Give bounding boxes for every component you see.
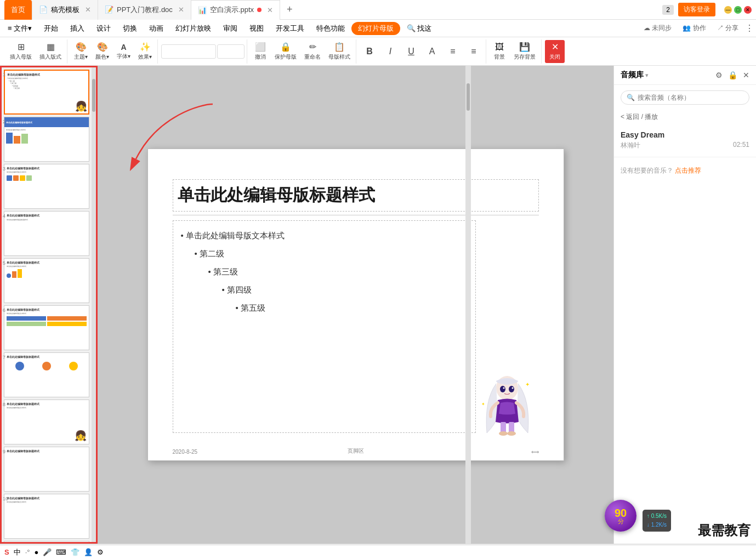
close-button[interactable]: ✕ [744,6,752,14]
font-size-select[interactable] [217,44,245,59]
collab-button[interactable]: 👥 协作 [678,22,710,35]
tab-ppt-close[interactable]: ✕ [267,6,273,14]
slide-content-4[interactable]: 单击此处编辑母版标题样式 单击此处编辑母版副标题样式 [4,211,89,256]
visitor-login-button[interactable]: 访客登录 [678,3,715,16]
slide-content-10[interactable]: 单击此处编辑母版标题样式 单击此处编辑母版文本样式 [4,494,89,539]
slide-thumb-8[interactable]: 8 单击此处编辑母版标题样式 单击此处编辑母版文本样式 👧 [4,400,89,444]
slide-thumb-10[interactable]: 10 单击此处编辑母版标题样式 单击此处编辑母版文本样式 [4,494,89,539]
maximize-button[interactable]: □ [734,6,742,14]
insert-layout-button[interactable]: ▦ 插入版式 [36,40,65,63]
slide-content-1[interactable]: 单击此处编辑母版标题样式 • 单击此处编辑母版文本样式 • 第二级 • 第三级 … [4,70,89,115]
slide-content-11[interactable]: 单击此处编辑母版标题样式 👧 [4,541,89,542]
slide-content-7[interactable]: 单击此处编辑母版标题样式 [4,352,89,397]
slide-content-area[interactable]: • 单击此处编辑母版文本样式 • 第二级 • 第三级 • 第四级 • 第五级 [173,220,476,433]
slide-num-8: 8 [3,402,5,407]
slide-content-5[interactable]: 单击此处编辑母版标题样式 单击此处编辑母版文本样式 [4,258,89,303]
tab-template-close[interactable]: ✕ [85,5,91,14]
menu-slideshow[interactable]: 幻灯片放映 [170,21,217,36]
slide-thumb-1[interactable]: 1 单击此处编辑母版标题样式 • 单击此处编辑母版文本样式 • 第二级 • 第三… [4,70,89,115]
slide-thumb-6[interactable]: 6 单击此处编辑母版标题样式 单击此处编辑母版文本样式 [4,305,89,350]
bold-button[interactable]: B [360,40,379,63]
slide-panel-scrollbar[interactable] [92,67,96,542]
rename-button[interactable]: ✏ 重命名 [301,40,324,63]
menu-special[interactable]: 特色功能 [311,21,350,36]
slide-thumb-7[interactable]: 7 单击此处编辑母版标题样式 [4,352,89,397]
sync-button[interactable]: ☁ 未同步 [639,22,676,35]
ime-skin-icon[interactable]: 👕 [71,548,79,556]
share-button[interactable]: ↗ 分享 [713,22,743,35]
audio-lock-icon[interactable]: 🔒 [728,71,737,79]
slide-content-8[interactable]: 单击此处编辑母版标题样式 单击此处编辑母版文本样式 👧 [4,400,89,444]
audio-settings-icon[interactable]: ⚙ [715,71,723,79]
tab-doc[interactable]: 📝 PPT入门教程.doc ✕ [98,0,191,20]
underline-button[interactable]: U [401,40,421,63]
slide-thumb-2[interactable]: 2 单击此处编辑母版标题样式 单击此处编辑母版文本样式 [4,117,89,162]
slide-thumb-4[interactable]: 4 单击此处编辑母版标题样式 单击此处编辑母版副标题样式 [4,211,89,256]
slide-main-title[interactable]: 单击此处编辑母版标题样式 [173,179,539,212]
ime-punct-icon[interactable]: ·° [25,548,30,556]
close-master-button[interactable]: ✕ 关闭 [545,40,565,63]
ime-settings-icon[interactable]: ⚙ [97,548,104,556]
menu-animation[interactable]: 动画 [144,21,169,36]
more-menu-button[interactable]: ⋮ [745,23,754,33]
protect-master-button[interactable]: 🔒 保护母版 [271,40,300,63]
slide-5-icon3 [18,269,22,278]
menu-switch[interactable]: 切换 [117,21,143,36]
font-family-select[interactable] [161,44,216,59]
list2-button[interactable]: ≡ [464,40,484,63]
ime-s-icon[interactable]: S [4,548,9,556]
audio-song-item[interactable]: Easy Dream 林瀚叶 02:51 [614,124,756,157]
menu-dev[interactable]: 开发工具 [270,21,310,36]
menu-search[interactable]: 🔍找这 [401,21,437,36]
tab-add-button[interactable]: + [280,4,299,15]
audio-close-icon[interactable]: ✕ [743,71,749,79]
tab-home[interactable]: 首页 [4,0,32,20]
audio-search-bar[interactable]: 🔍 [621,90,749,105]
font-color-button[interactable]: A [422,40,442,63]
background-button[interactable]: 🖼 背景 [490,40,509,63]
slide-thumb-5[interactable]: 5 单击此处编辑母版标题样式 单击此处编辑母版文本样式 [4,258,89,303]
slide-content-3[interactable]: 单击此处编辑母版标题样式 单击此处编辑母版文本样式 [4,164,89,209]
ime-mic-icon[interactable]: 🎤 [43,548,52,556]
audio-recommend-link[interactable]: 点击推荐 [675,167,701,174]
tab-doc-close[interactable]: ✕ [178,5,184,14]
list-button[interactable]: ≡ [443,40,463,63]
font-button[interactable]: A 字体▾ [113,40,134,63]
title-bar: 首页 📄 稿壳模板 ✕ 📝 PPT入门教程.doc ✕ 📊 空白演示.pptx … [0,0,756,20]
ime-dot-icon[interactable]: ● [34,548,38,556]
audio-recommend-text: 没有想要的音乐？ [621,167,673,174]
slide-thumb-9[interactable]: 9 单击此处编辑母版标题样式 [4,447,89,492]
ime-chinese-mode[interactable]: 中 [14,547,21,557]
slide-1-title: 单击此处编辑母版标题样式 [7,73,86,76]
effect-button[interactable]: ✨ 效果▾ [135,40,155,63]
canvas-scrollbar-thumb[interactable] [467,83,470,111]
slide-thumb-11[interactable]: 11 单击此处编辑母版标题样式 👧 [4,541,89,542]
minimize-button[interactable]: — [724,6,732,14]
menu-insert[interactable]: 插入 [65,21,90,36]
theme-button[interactable]: 🎨 主题▾ [71,40,91,63]
italic-button[interactable]: I [380,40,400,63]
insert-master-button[interactable]: ⊞ 插入母版 [7,40,35,63]
slide-content-2[interactable]: 单击此处编辑母版标题样式 单击此处编辑母版文本样式 [4,117,89,162]
slide-thumb-3[interactable]: 3 单击此处编辑母版标题样式 单击此处编辑母版文本样式 [4,164,89,209]
color-button[interactable]: 🎨 颜色▾ [92,40,112,63]
slide-content-9[interactable]: 单击此处编辑母版标题样式 [4,447,89,492]
tab-template[interactable]: 📄 稿壳模板 ✕ [32,0,98,20]
menu-review[interactable]: 审阅 [218,21,243,36]
save-bg-button[interactable]: 💾 另存背景 [510,40,539,63]
master-style-button[interactable]: 📋 母版样式 [325,40,354,63]
menu-file[interactable]: ≡ 文件▾ [2,21,37,36]
canvas-scrollbar[interactable] [465,66,471,544]
tab-ppt[interactable]: 📊 空白演示.pptx ✕ [191,0,280,20]
undo-button[interactable]: ⬜ 撤消 [251,40,270,63]
menu-design[interactable]: 设计 [91,21,116,36]
menu-slidemaster[interactable]: 幻灯片母版 [351,22,400,35]
slide-10-title: 单击此处编辑母版标题样式 [7,497,87,500]
menu-start[interactable]: 开始 [38,21,64,36]
ime-keyboard-icon[interactable]: ⌨ [56,548,66,556]
audio-search-input[interactable] [638,94,743,101]
menu-view[interactable]: 视图 [244,21,269,36]
slide-content-6[interactable]: 单击此处编辑母版标题样式 单击此处编辑母版文本样式 [4,305,89,350]
scrollbar-thumb[interactable] [92,79,95,112]
ime-user-icon[interactable]: 👤 [84,548,93,556]
